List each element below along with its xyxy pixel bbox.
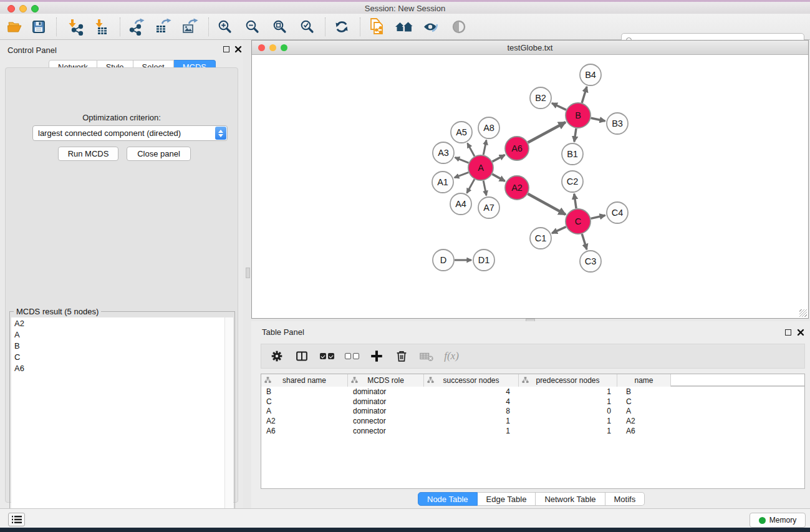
- edge-B-B1[interactable]: [574, 128, 576, 142]
- node-B2[interactable]: B2: [530, 87, 551, 109]
- edge-C-C3[interactable]: [582, 234, 587, 249]
- node-A2[interactable]: A2: [505, 176, 529, 200]
- zoom-in-button[interactable]: [215, 17, 236, 37]
- result-item-a2[interactable]: A2: [11, 317, 226, 329]
- result-item-a[interactable]: A: [11, 329, 226, 340]
- table-float-icon[interactable]: [785, 329, 791, 336]
- edge-B-B2[interactable]: [552, 104, 566, 110]
- vertical-divider-grip[interactable]: [246, 268, 250, 278]
- run-mcds-button[interactable]: Run MCDS: [58, 147, 118, 161]
- table-close-icon[interactable]: [797, 329, 804, 336]
- column-header-shared-name[interactable]: shared name: [261, 374, 348, 387]
- edge-A6-B[interactable]: [528, 122, 566, 143]
- import-table-button[interactable]: [90, 17, 112, 37]
- node-C4[interactable]: C4: [607, 202, 628, 223]
- edge-A-A1[interactable]: [455, 172, 469, 178]
- result-item-b[interactable]: B: [11, 340, 226, 351]
- edge-C-C2[interactable]: [574, 194, 576, 208]
- table-toolbar: f(x): [261, 344, 805, 369]
- table-row-a6[interactable]: A6connector11A6: [261, 426, 804, 436]
- column-header-successor-nodes[interactable]: successor nodes: [424, 374, 519, 387]
- import-network-button[interactable]: [64, 17, 85, 37]
- criterion-dropdown[interactable]: largest connected component (directed): [32, 125, 228, 141]
- cell: B: [617, 387, 671, 397]
- edge-A-A5[interactable]: [468, 143, 475, 157]
- node-A8[interactable]: A8: [478, 117, 499, 138]
- result-item-c[interactable]: C: [11, 351, 226, 362]
- node-B4[interactable]: B4: [580, 64, 601, 85]
- tab-motifs[interactable]: Motifs: [605, 492, 645, 506]
- node-D[interactable]: D: [433, 249, 454, 271]
- zoom-out-button[interactable]: [242, 17, 263, 37]
- edge-A-A7[interactable]: [483, 181, 486, 196]
- close-panel-icon[interactable]: [234, 46, 242, 53]
- column-header-predecessor-nodes[interactable]: predecessor nodes: [519, 374, 617, 387]
- open-session-button[interactable]: [4, 17, 26, 37]
- select-all-columns-button[interactable]: [317, 347, 336, 365]
- table-row-a2[interactable]: A2connector11A2: [261, 416, 804, 426]
- node-table[interactable]: shared nameMCDS rolesuccessor nodesprede…: [261, 374, 805, 489]
- network-from-clipboard-button[interactable]: [367, 17, 388, 37]
- home-button[interactable]: [393, 17, 415, 37]
- mcds-result-list[interactable]: A2ABCA6: [11, 317, 226, 521]
- column-header-MCDS-role[interactable]: MCDS role: [348, 374, 424, 387]
- edge-B-B4[interactable]: [582, 87, 587, 103]
- create-column-button[interactable]: [367, 347, 386, 365]
- edge-A2-C[interactable]: [528, 194, 566, 215]
- node-C2[interactable]: C2: [562, 171, 583, 192]
- node-A1[interactable]: A1: [432, 172, 453, 193]
- edge-C-C1[interactable]: [552, 227, 566, 233]
- refresh-view-button[interactable]: [331, 17, 352, 37]
- node-C3[interactable]: C3: [580, 251, 601, 272]
- edge-A-A6[interactable]: [493, 155, 505, 162]
- column-header-name[interactable]: name: [617, 374, 671, 387]
- window-resize-grip[interactable]: [799, 309, 807, 317]
- zoom-selected-button[interactable]: [297, 17, 318, 37]
- zoom-fit-button[interactable]: [269, 17, 291, 37]
- node-C[interactable]: C: [566, 209, 591, 234]
- close-panel-button[interactable]: Close panel: [127, 147, 191, 161]
- delete-column-button[interactable]: [392, 347, 411, 365]
- result-item-a6[interactable]: A6: [11, 362, 226, 374]
- edge-A-A3[interactable]: [455, 157, 469, 163]
- edge-A-A2[interactable]: [492, 174, 504, 181]
- node-B3[interactable]: B3: [607, 113, 628, 134]
- save-session-button[interactable]: [28, 17, 49, 37]
- memory-button[interactable]: Memory: [750, 513, 806, 528]
- node-A4[interactable]: A4: [450, 193, 471, 215]
- float-panel-icon[interactable]: [223, 46, 229, 52]
- export-image-button[interactable]: [179, 17, 200, 37]
- node-A3[interactable]: A3: [433, 142, 454, 163]
- hide-graphics-details-button[interactable]: [448, 17, 470, 37]
- edge-A-A8[interactable]: [483, 140, 486, 155]
- network-graph-canvas[interactable]: B4B2BB3A8A5A6A3B1AC2A1A2A4A7C4CC1DD1C3: [252, 55, 808, 318]
- node-B1[interactable]: B1: [562, 143, 583, 165]
- unselect-all-columns-button[interactable]: [342, 347, 361, 365]
- export-network-button[interactable]: [126, 17, 147, 37]
- split-table-button[interactable]: [292, 347, 311, 365]
- delete-table-button[interactable]: [417, 347, 436, 365]
- edge-B-B3[interactable]: [591, 118, 605, 121]
- table-row-a[interactable]: Adominator80A: [261, 406, 804, 416]
- node-C1[interactable]: C1: [530, 228, 551, 249]
- table-row-c[interactable]: Cdominator41C: [261, 397, 804, 407]
- network-window-titlebar[interactable]: testGlobe.txt: [252, 41, 808, 55]
- node-A[interactable]: A: [468, 155, 493, 180]
- tab-edge-table[interactable]: Edge Table: [478, 492, 536, 506]
- edge-A-A4[interactable]: [467, 179, 475, 193]
- node-B[interactable]: B: [566, 103, 591, 128]
- node-A6[interactable]: A6: [505, 137, 529, 160]
- result-scrollbar[interactable]: [224, 317, 233, 521]
- node-A5[interactable]: A5: [451, 122, 472, 143]
- edge-C-C4[interactable]: [591, 215, 605, 218]
- tab-node-table[interactable]: Node Table: [418, 492, 478, 506]
- export-table-button[interactable]: [152, 17, 173, 37]
- show-graphics-details-button[interactable]: [420, 17, 441, 37]
- function-builder-button[interactable]: f(x): [442, 347, 461, 365]
- tab-network-table[interactable]: Network Table: [536, 492, 605, 506]
- node-D1[interactable]: D1: [473, 249, 494, 271]
- task-history-button[interactable]: [8, 513, 25, 526]
- node-A7[interactable]: A7: [478, 197, 499, 218]
- table-row-b[interactable]: Bdominator41B: [261, 387, 804, 397]
- table-settings-button[interactable]: [268, 347, 286, 365]
